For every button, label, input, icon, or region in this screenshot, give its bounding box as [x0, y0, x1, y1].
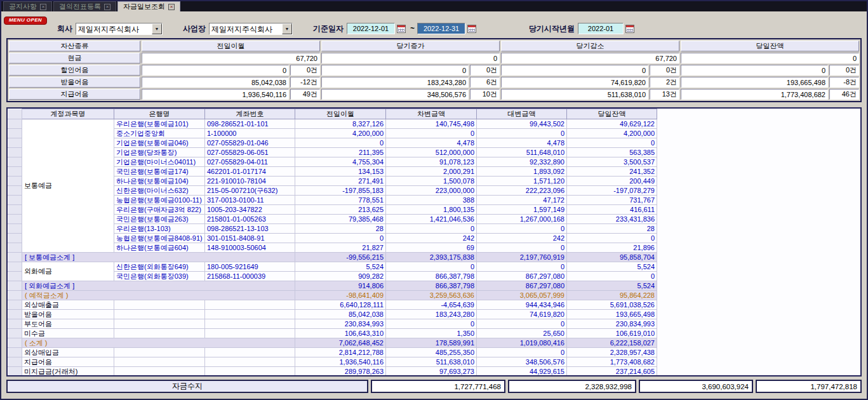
cell-credit: 4,478: [477, 138, 567, 148]
cell-day-balance: 0: [567, 138, 657, 148]
cell-debit: 183,243,280: [386, 310, 477, 319]
tab-close-icon[interactable]: ×: [168, 4, 175, 10]
cell-debit: -4,654,639: [386, 300, 477, 310]
cell-prev-balance: 85,042,038: [295, 310, 386, 319]
cell-account-name: 미지급금(거래처): [22, 367, 114, 377]
tab-1[interactable]: 공지사항×: [3, 1, 52, 11]
menu-open-button[interactable]: MENU OPEN: [4, 17, 47, 25]
fund-detail-grid-area: 계정과목명은행명계좌번호전일이월차변금액대변금액당일잔액보통예금우리은행(보통예…: [6, 107, 862, 377]
detail-row[interactable]: [ 보통예금소계 ]-99,556,2152,393,175,8382,197,…: [8, 253, 657, 262]
cell-bank-name: 국민은행(보통예금263): [114, 215, 205, 224]
cell-debit: 4,478: [386, 138, 477, 148]
cell-account-no: [205, 348, 295, 357]
tab-close-icon[interactable]: ×: [104, 4, 110, 10]
row-indicator[interactable]: [8, 262, 22, 272]
chevron-down-icon[interactable]: ▼: [282, 23, 292, 34]
detail-row[interactable]: 외상매출금6,640,128,111-4,654,639944,434,9465…: [8, 300, 657, 310]
row-indicator[interactable]: [8, 243, 22, 253]
row-indicator[interactable]: [8, 319, 22, 329]
detail-row[interactable]: 미지급금(거래처)289,978,26397,693,27344,929,615…: [8, 367, 657, 377]
row-indicator[interactable]: [8, 167, 22, 177]
cell-prev-balance: 213,625: [295, 205, 386, 215]
detail-row[interactable]: 외상매입금2,814,212,788485,255,35002,328,957,…: [8, 348, 657, 357]
tab-label: 결의전표등록: [59, 3, 101, 10]
cell-day-balance: 0: [567, 234, 657, 243]
chevron-down-icon[interactable]: ▼: [152, 23, 162, 34]
cell-day-balance: 0: [567, 272, 657, 281]
summary-count: -12건: [290, 77, 320, 88]
row-indicator[interactable]: [8, 367, 22, 377]
summary-amount: 0: [681, 53, 859, 63]
site-select[interactable]: 제일저지주식회사 ▼: [209, 23, 293, 35]
row-indicator[interactable]: [8, 138, 22, 148]
cell-prev-balance: 914,806: [295, 281, 386, 291]
cell-credit: 3,065,057,999: [477, 291, 567, 300]
cell-debit: 1,350: [386, 329, 477, 338]
row-indicator[interactable]: [8, 291, 22, 300]
row-indicator[interactable]: [8, 196, 22, 205]
row-indicator[interactable]: [8, 310, 22, 319]
footer-total-value-3: 3,690,603,924: [639, 380, 753, 393]
row-indicator[interactable]: [8, 224, 22, 234]
calendar-icon[interactable]: [467, 25, 476, 33]
date-to-input[interactable]: 2022-12-31: [417, 23, 465, 34]
row-indicator[interactable]: [8, 148, 22, 157]
footer-total-row: 자금수지 1,727,771,4682,328,932,9983,690,603…: [6, 380, 862, 393]
row-indicator[interactable]: [8, 253, 22, 262]
cell-day-balance: 563,385: [567, 148, 657, 157]
cell-account-no: [205, 367, 295, 377]
footer-label: 자금수지: [6, 380, 368, 393]
tab-close-icon[interactable]: ×: [40, 4, 46, 10]
period-start-input[interactable]: 2022-01: [578, 23, 624, 34]
footer-total-value-4: 1,797,472,818: [756, 380, 862, 393]
row-indicator[interactable]: [8, 281, 22, 291]
cell-account-name: 외상매입금: [22, 348, 114, 357]
cell-prev-balance: 0: [295, 138, 386, 148]
row-indicator[interactable]: [8, 348, 22, 357]
row-indicator[interactable]: [8, 119, 22, 129]
detail-row[interactable]: 받을어음85,042,038183,243,28074,619,820193,6…: [8, 310, 657, 319]
cell-bank-name: 하나은행(보통예금104): [114, 177, 205, 186]
detail-row[interactable]: ( 소계 )7,062,648,452178,589,9911,019,080,…: [8, 338, 657, 348]
row-indicator[interactable]: [8, 338, 22, 348]
row-indicator[interactable]: [8, 272, 22, 281]
cell-debit: 1,800,135: [386, 205, 477, 215]
detail-row[interactable]: 지급어음1,936,540,116511,638,010348,506,5761…: [8, 357, 657, 367]
cell-credit: 25,650: [477, 329, 567, 338]
detail-row[interactable]: 미수금106,643,3101,35025,650106,619,010: [8, 329, 657, 338]
cell-account-no: [205, 300, 295, 310]
tab-2[interactable]: 결의전표등록×: [53, 1, 116, 11]
cell-debit: 2,000,291: [386, 167, 477, 177]
row-indicator[interactable]: [8, 177, 22, 186]
cell-day-balance: 6,222,158,027: [567, 338, 657, 348]
site-select-value: 제일저지주식회사: [210, 23, 282, 34]
row-indicator[interactable]: [8, 300, 22, 310]
row-indicator[interactable]: [8, 357, 22, 367]
summary-row-label: 지급어음: [9, 89, 140, 100]
footer-total-value-1: 1,727,771,468: [371, 380, 505, 393]
detail-row[interactable]: 보통예금우리은행(보통예금101)098-286521-01-1018,327,…: [8, 119, 657, 129]
row-indicator[interactable]: [8, 157, 22, 167]
detail-row[interactable]: ( 예적금소계 )-98,641,4093,259,563,6363,065,0…: [8, 291, 657, 300]
company-select[interactable]: 제일저지주식회사 ▼: [76, 23, 163, 35]
row-indicator[interactable]: [8, 234, 22, 243]
detail-header: 대변금액: [477, 109, 567, 119]
row-indicator[interactable]: [8, 329, 22, 338]
row-indicator[interactable]: [8, 129, 22, 138]
row-indicator[interactable]: [8, 186, 22, 196]
summary-count: 10건: [470, 89, 500, 100]
date-from-input[interactable]: 2022-12-01: [347, 23, 395, 34]
row-indicator[interactable]: [8, 205, 22, 215]
detail-row[interactable]: [ 외화예금소계 ]914,806866,387,798867,297,0805…: [8, 281, 657, 291]
cell-prev-balance: 79,385,468: [295, 215, 386, 224]
cell-day-balance: -197,078,279: [567, 186, 657, 196]
summary-row: 현금67,720067,7200: [9, 53, 859, 63]
calendar-icon[interactable]: [397, 25, 406, 33]
detail-row[interactable]: 외화예금신한은행(외화통장649)180-005-9216495,524005,…: [8, 262, 657, 272]
cell-credit: 1,267,000,168: [477, 215, 567, 224]
row-indicator[interactable]: [8, 215, 22, 224]
detail-row[interactable]: 부도어음230,834,99300230,834,993: [8, 319, 657, 329]
tab-3[interactable]: 자금일보조회×: [117, 1, 180, 11]
cell-day-balance: 230,834,993: [567, 319, 657, 329]
calendar-icon[interactable]: [625, 25, 634, 33]
